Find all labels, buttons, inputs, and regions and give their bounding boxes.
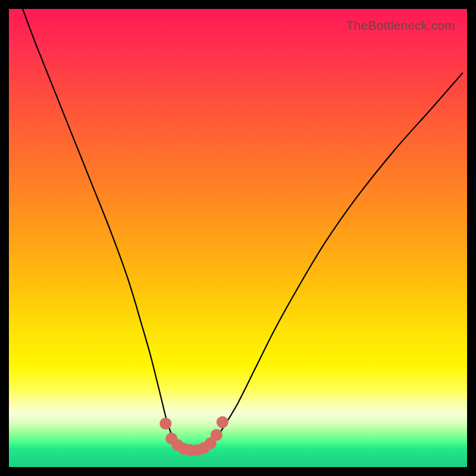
curve-layer	[9, 9, 467, 467]
plot-area: TheBottleneck.com	[9, 9, 467, 467]
chart-frame: TheBottleneck.com	[0, 0, 476, 476]
marker-dot	[211, 429, 223, 441]
bottom-marker-cluster	[159, 416, 228, 456]
marker-dot	[159, 418, 171, 430]
bottleneck-curve	[23, 9, 462, 452]
marker-dot	[217, 416, 228, 428]
watermark-text: TheBottleneck.com	[346, 18, 455, 33]
